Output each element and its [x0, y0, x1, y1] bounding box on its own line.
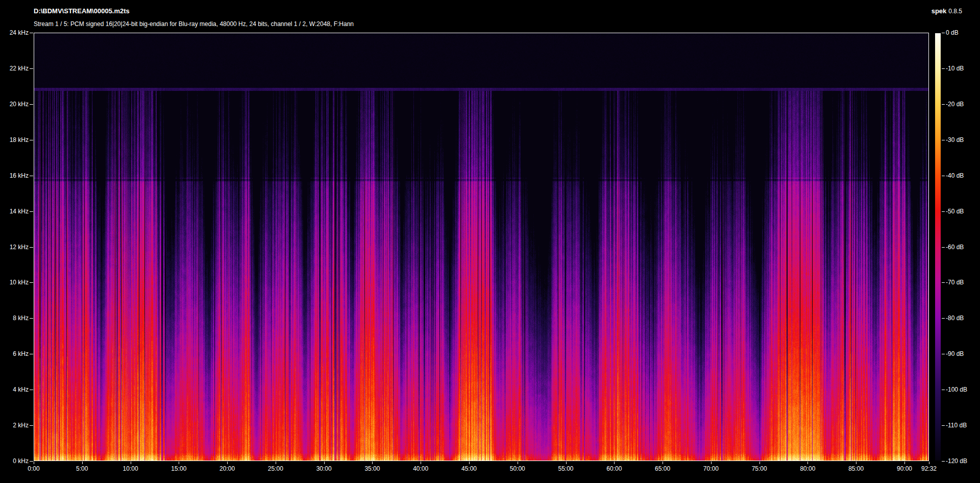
frequency-tick-label: 4 kHz [0, 386, 29, 393]
frequency-tick [30, 390, 33, 390]
frequency-tick-label: 0 kHz [0, 457, 29, 465]
time-tick-label: 50:00 [501, 465, 534, 472]
time-tick-label: 70:00 [695, 465, 727, 472]
frequency-tick-label: 16 kHz [0, 172, 29, 179]
time-tick [663, 462, 663, 464]
frequency-tick [30, 140, 33, 140]
level-tick-label: -120 dB [946, 457, 967, 465]
time-tick-label: 35:00 [356, 465, 388, 472]
frequency-tick-label: 22 kHz [0, 65, 29, 72]
level-tick [942, 318, 945, 319]
time-tick [807, 462, 808, 464]
time-tick [82, 462, 83, 464]
time-tick-label: 0:00 [17, 465, 50, 472]
time-tick [227, 462, 228, 464]
frequency-tick-label: 14 kHz [0, 208, 29, 215]
time-tick [711, 462, 712, 464]
frequency-tick [30, 425, 33, 426]
time-tick-label: 5:00 [66, 465, 99, 472]
frequency-tick-label: 24 kHz [0, 29, 29, 36]
time-tick-label: 20:00 [211, 465, 243, 472]
frequency-tick [30, 68, 33, 69]
time-tick-label: 55:00 [550, 465, 582, 472]
stream-info: Stream 1 / 5: PCM signed 16|20|24-bit bi… [34, 20, 354, 28]
frequency-tick [30, 461, 33, 462]
time-tick-label: 75:00 [743, 465, 776, 472]
level-tick-label: -110 dB [946, 422, 967, 429]
time-tick-label: 25:00 [259, 465, 292, 472]
time-tick [929, 462, 929, 464]
frequency-tick-label: 6 kHz [0, 350, 29, 357]
frequency-tick [30, 354, 33, 354]
level-tick [942, 68, 945, 69]
level-tick [942, 425, 945, 426]
time-tick-label: 10:00 [114, 465, 147, 472]
level-tick [942, 461, 945, 462]
time-tick [760, 462, 760, 464]
level-tick [942, 140, 945, 140]
time-tick [372, 462, 373, 464]
frequency-tick-label: 18 kHz [0, 136, 29, 143]
time-tick-label: 85:00 [840, 465, 872, 472]
level-tick [942, 104, 945, 105]
frequency-tick-label: 20 kHz [0, 101, 29, 108]
time-tick [614, 462, 615, 464]
level-tick-label: -30 dB [946, 136, 964, 143]
level-tick-label: -80 dB [946, 315, 964, 322]
time-tick-label: 30:00 [308, 465, 340, 472]
level-tick-label: -60 dB [946, 244, 964, 251]
time-tick-label: 40:00 [404, 465, 437, 472]
level-tick-label: -10 dB [946, 65, 964, 72]
time-tick [131, 462, 131, 464]
time-tick [566, 462, 567, 464]
level-tick-label: -50 dB [946, 208, 964, 215]
frequency-tick [30, 247, 33, 248]
frequency-tick-label: 2 kHz [0, 422, 29, 429]
level-tick [942, 176, 945, 176]
frequency-tick [30, 211, 33, 212]
time-tick-label: 15:00 [162, 465, 195, 472]
level-colorbar [935, 33, 941, 461]
app-version-number: 0.8.5 [948, 8, 962, 15]
level-tick [942, 247, 945, 248]
level-tick-label: -20 dB [946, 101, 964, 108]
time-tick-label: 80:00 [791, 465, 824, 472]
level-tick-label: -90 dB [946, 350, 964, 357]
level-tick [942, 354, 945, 354]
frequency-tick-label: 10 kHz [0, 279, 29, 286]
level-tick [942, 211, 945, 212]
level-tick-label: -100 dB [946, 386, 967, 393]
level-tick-label: -40 dB [946, 172, 964, 179]
spectrogram-canvas [34, 33, 928, 461]
file-path-title: D:\BDMV\STREAM\00005.m2ts [34, 7, 130, 15]
time-tick [904, 462, 905, 464]
time-tick [34, 462, 34, 464]
time-tick [469, 462, 470, 464]
frequency-tick [30, 282, 33, 283]
frequency-tick [30, 104, 33, 105]
level-tick [942, 282, 945, 283]
spek-app-window: { "app": { "name": "spek", "version": "0… [0, 0, 980, 483]
frequency-tick-label: 8 kHz [0, 315, 29, 322]
time-tick [856, 462, 856, 464]
frequency-tick [30, 33, 33, 33]
app-version: spek0.8.5 [932, 7, 962, 15]
app-name: spek [932, 7, 947, 15]
time-tick-label: 60:00 [598, 465, 630, 472]
time-tick-label: 65:00 [646, 465, 679, 472]
level-tick [942, 33, 945, 33]
level-tick-label: -70 dB [946, 279, 964, 286]
level-tick-label: 0 dB [946, 29, 959, 36]
frequency-tick [30, 176, 33, 176]
level-tick [942, 390, 945, 390]
time-tick [518, 462, 518, 464]
time-tick [421, 462, 421, 464]
frequency-tick-label: 12 kHz [0, 244, 29, 251]
time-tick-label: 45:00 [453, 465, 485, 472]
frequency-tick [30, 318, 33, 319]
time-tick-label: 92:32 [913, 465, 945, 472]
time-tick [276, 462, 276, 464]
time-tick [179, 462, 179, 464]
time-tick [324, 462, 325, 464]
